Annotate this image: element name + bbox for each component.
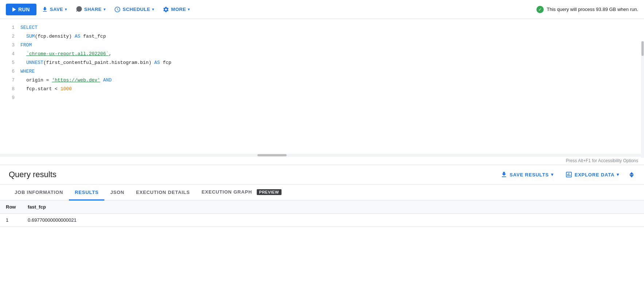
- tab-execution-details[interactable]: EXECUTION DETAILS: [130, 185, 196, 201]
- expand-button[interactable]: [628, 171, 635, 179]
- code-line-4: `chrome-ux-report.all.202206`,: [20, 50, 641, 58]
- col-header-fast-fcp: fast_fcp: [22, 201, 124, 214]
- editor-horizontal-scrollbar[interactable]: [0, 154, 644, 157]
- col-header-empty: [124, 201, 644, 214]
- results-title: Query results: [9, 170, 57, 179]
- code-line-1: SELECT: [20, 23, 641, 32]
- save-icon: [42, 6, 48, 13]
- results-table: Row fast_fcp 1 0.69770000000000021: [0, 201, 644, 227]
- gear-icon: [163, 6, 169, 13]
- line-numbers: 1 2 3 4 5 6 7 8 9: [0, 22, 18, 151]
- results-tabs: JOB INFORMATION RESULTS JSON EXECUTION D…: [0, 184, 644, 201]
- explore-data-button[interactable]: EXPLORE DATA ▾: [562, 169, 622, 180]
- schedule-icon: [114, 6, 121, 13]
- tab-results[interactable]: RESULTS: [69, 185, 104, 201]
- editor-wrapper: 1 2 3 4 5 6 7 8 9 SELECT SUM(fcp.density…: [0, 19, 644, 165]
- save-results-button[interactable]: SAVE RESULTS ▾: [497, 169, 556, 180]
- schedule-chevron-icon: ▾: [152, 7, 154, 11]
- editor-area[interactable]: 1 2 3 4 5 6 7 8 9 SELECT SUM(fcp.density…: [0, 19, 644, 165]
- tab-job-information-label: JOB INFORMATION: [15, 190, 63, 195]
- code-line-7: origin = 'https://web.dev' AND: [20, 76, 641, 85]
- cell-fast-fcp-value: 0.69770000000000021: [22, 214, 124, 227]
- tab-results-label: RESULTS: [75, 190, 98, 195]
- explore-data-label: EXPLORE DATA: [575, 172, 615, 178]
- schedule-label: SCHEDULE: [123, 7, 150, 12]
- more-button[interactable]: MORE ▾: [159, 4, 194, 15]
- code-line-3: FROM: [20, 41, 641, 50]
- code-line-2: SUM(fcp.density) AS fast_fcp: [20, 32, 641, 41]
- code-line-5: UNNEST(first_contentful_paint.histogram.…: [20, 58, 641, 67]
- results-section: Query results SAVE RESULTS ▾ EXPLORE DAT…: [0, 165, 644, 227]
- accessibility-hint: Press Alt+F1 for Accessibility Options: [0, 157, 644, 165]
- code-editor[interactable]: SELECT SUM(fcp.density) AS fast_fcp FROM…: [18, 22, 644, 151]
- query-info-text: This query will process 93.89 GB when ru…: [547, 7, 638, 12]
- editor-vertical-scrollbar[interactable]: [641, 41, 644, 158]
- tab-json[interactable]: JSON: [104, 185, 130, 201]
- preview-badge: PREVIEW: [257, 189, 282, 195]
- results-header: Query results SAVE RESULTS ▾ EXPLORE DAT…: [0, 165, 644, 184]
- save-results-icon: [500, 171, 508, 178]
- table-row: 1 0.69770000000000021: [0, 214, 644, 227]
- cell-empty: [124, 214, 644, 227]
- share-icon: [76, 6, 82, 13]
- play-icon: [12, 7, 16, 12]
- more-chevron-icon: ▾: [188, 7, 190, 11]
- code-line-9: [20, 94, 641, 102]
- code-line-8: fcp.start < 1000: [20, 85, 641, 94]
- code-line-6: WHERE: [20, 67, 641, 76]
- editor-scrollbar-thumb: [257, 154, 287, 156]
- results-actions: SAVE RESULTS ▾ EXPLORE DATA ▾: [497, 169, 636, 180]
- check-icon: ✓: [536, 6, 544, 13]
- query-info: ✓ This query will process 93.89 GB when …: [536, 6, 638, 13]
- explore-data-icon: [565, 171, 573, 178]
- tab-execution-details-label: EXECUTION DETAILS: [136, 190, 190, 195]
- run-label: RUN: [18, 7, 30, 12]
- tab-execution-graph-label: EXECUTION GRAPH: [202, 189, 252, 195]
- run-button[interactable]: RUN: [6, 4, 36, 15]
- cell-row-number: 1: [0, 214, 22, 227]
- save-results-chevron-icon: ▾: [551, 172, 554, 177]
- save-label: SAVE: [50, 7, 63, 12]
- share-chevron-icon: ▾: [104, 7, 106, 11]
- save-chevron-icon: ▾: [65, 7, 67, 11]
- share-label: SHARE: [84, 7, 102, 12]
- toolbar: RUN SAVE ▾ SHARE ▾ SCHEDULE ▾ MORE ▾ ✓ T…: [0, 0, 644, 19]
- save-results-label: SAVE RESULTS: [510, 172, 549, 178]
- tab-json-label: JSON: [110, 190, 124, 195]
- expand-up-icon: [629, 172, 634, 175]
- editor-vertical-scrollbar-thumb: [641, 41, 644, 56]
- save-button[interactable]: SAVE ▾: [38, 4, 71, 15]
- expand-down-icon: [629, 175, 634, 178]
- more-label: MORE: [171, 7, 186, 12]
- tab-job-information[interactable]: JOB INFORMATION: [9, 185, 69, 201]
- explore-data-chevron-icon: ▾: [617, 172, 619, 177]
- schedule-button[interactable]: SCHEDULE ▾: [110, 4, 158, 15]
- share-button[interactable]: SHARE ▾: [72, 4, 109, 15]
- tab-execution-graph[interactable]: EXECUTION GRAPH PREVIEW: [196, 185, 287, 201]
- col-header-row: Row: [0, 201, 22, 214]
